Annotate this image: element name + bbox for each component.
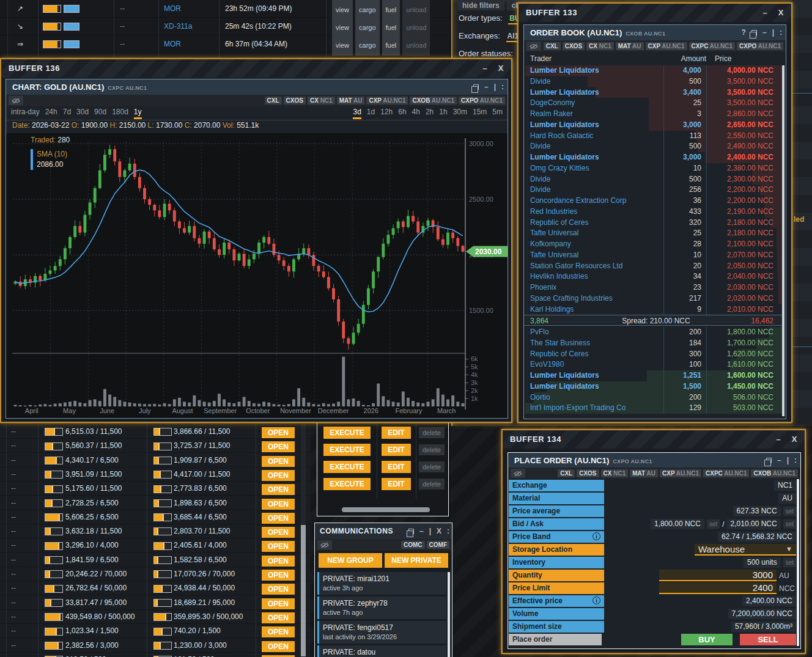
command-tag-comf[interactable]: COMF [427, 541, 449, 549]
set-button[interactable]: set [783, 519, 796, 529]
open-button[interactable]: OPEN [262, 427, 295, 438]
command-tag-cxob-au-nc1[interactable]: CXOB AU.NC1 [410, 97, 457, 105]
unload-button[interactable]: unload [402, 35, 430, 56]
candle-interval-1h[interactable]: 1h [439, 108, 447, 119]
fuel-button[interactable]: fuel [382, 35, 400, 56]
command-tag-cxob-au-nc1[interactable]: CXOB AU.NC1 [751, 469, 798, 477]
duplicate-window-icon[interactable] [408, 529, 414, 534]
trader-link[interactable]: Hevlikn Industries [524, 271, 663, 282]
candle-interval-1d[interactable]: 1d [367, 108, 375, 119]
trader-link[interactable]: PvFlo [524, 327, 663, 338]
command-tag-cxpc-au-nc1[interactable]: CXPC AU.NC1 [703, 469, 749, 477]
open-button[interactable]: OPEN [262, 626, 295, 637]
command-tag-cxpc-au-nc1[interactable]: CXPC AU.NC1 [689, 42, 735, 50]
view-button[interactable]: view [332, 35, 353, 56]
command-tag-mat-au[interactable]: MAT AU [616, 42, 644, 50]
buy-button[interactable]: BUY [681, 634, 733, 645]
open-button[interactable]: OPEN [262, 441, 295, 452]
open-button[interactable]: OPEN [262, 598, 295, 609]
split-icon[interactable]: | [494, 79, 496, 95]
edit-button[interactable]: EDIT [382, 478, 411, 490]
timeframe-24h[interactable]: 24h [45, 108, 57, 119]
trader-link[interactable]: Divide [524, 141, 663, 152]
conversation-item[interactable]: PRIVATE: datoulast activity on 3/29/2026 [317, 645, 446, 657]
timeframe-180d[interactable]: 180d [112, 108, 128, 119]
trader-link[interactable]: The Star Business [524, 338, 663, 349]
minimize-icon[interactable]: – [772, 430, 785, 449]
trader-link[interactable]: Hard Rock Galactic [524, 131, 663, 142]
close-icon[interactable]: X [788, 430, 801, 449]
timeframe-90d[interactable]: 90d [94, 108, 106, 119]
timeframe-30d[interactable]: 30d [76, 108, 89, 119]
hidden-eye-icon[interactable] [511, 469, 525, 478]
command-tag-cxp-au-nc1[interactable]: CXP AU.NC1 [366, 97, 408, 105]
cargo-button[interactable]: cargo [355, 35, 380, 56]
open-button[interactable]: OPEN [262, 612, 295, 623]
menu-icon[interactable]: : [447, 527, 449, 535]
duplicate-window-icon[interactable] [751, 30, 757, 35]
hidden-eye-icon[interactable] [317, 540, 332, 549]
open-button[interactable]: OPEN [262, 484, 295, 495]
command-tag-cxos[interactable]: CXOS [563, 42, 585, 50]
minimize-icon[interactable]: – [758, 4, 772, 22]
command-tag-mat-au[interactable]: MAT AU [337, 97, 365, 105]
open-button[interactable]: OPEN [262, 456, 295, 467]
trader-link[interactable]: Lumber Liquidators [524, 65, 663, 76]
edit-button[interactable]: EDIT [382, 461, 411, 473]
trader-link[interactable]: Divide [524, 185, 663, 196]
command-tag-cxpo-au-nc1[interactable]: CXPO AU.NC1 [459, 97, 505, 105]
scrollbar-thumb[interactable] [448, 572, 450, 657]
hidden-eye-icon[interactable] [9, 96, 23, 105]
trader-link[interactable]: Concordance Extraction Corp [524, 196, 663, 207]
delete-button[interactable]: delete [419, 479, 445, 490]
execute-button[interactable]: EXECUTE [323, 444, 371, 456]
scrollbar-thumb[interactable] [301, 525, 306, 656]
open-button[interactable]: OPEN [262, 470, 295, 481]
minimize-icon[interactable]: – [762, 25, 767, 40]
minimize-icon[interactable]: – [419, 527, 424, 535]
trader-link[interactable]: Space Crafting Industries [524, 293, 663, 304]
open-button[interactable]: OPEN [262, 541, 295, 552]
duplicate-window-icon[interactable] [766, 458, 772, 463]
open-button[interactable]: OPEN [262, 584, 295, 595]
candle-interval-12h[interactable]: 12h [380, 108, 393, 119]
open-button[interactable]: OPEN [262, 527, 295, 538]
candle-interval-2h[interactable]: 2h [426, 108, 434, 119]
info-icon[interactable]: i [592, 532, 600, 540]
duplicate-window-icon[interactable] [473, 84, 479, 90]
trader-link[interactable]: Divide [524, 174, 663, 185]
delete-button[interactable]: delete [419, 427, 445, 438]
new-group-button[interactable]: NEW GROUP [319, 553, 382, 568]
set-button[interactable]: set [783, 507, 796, 516]
command-tag-cxpo-au-nc1[interactable]: CXPO AU.NC1 [737, 42, 783, 50]
trader-link[interactable]: Realm Raker [524, 109, 663, 120]
trader-link[interactable]: Lumber Liquidators [524, 370, 663, 381]
edit-button[interactable]: EDIT [382, 444, 411, 456]
command-tag-cxl[interactable]: CXL [558, 469, 575, 477]
trader-link[interactable]: Tafte Universal [524, 228, 663, 239]
candle-interval-3d[interactable]: 3d [353, 108, 361, 119]
storage-location-select[interactable]: Warehouse▼ [695, 544, 796, 556]
quantity-input[interactable]: 3000 [659, 570, 777, 581]
destination-link[interactable]: MOR [164, 35, 181, 53]
trader-link[interactable]: EvoV1980 [524, 359, 663, 370]
conversation-item[interactable]: PRIVATE: fengxi0517last activity on 3/29… [317, 621, 446, 644]
open-button[interactable]: OPEN [262, 513, 295, 524]
execute-button[interactable]: EXECUTE [323, 427, 371, 439]
destination-link[interactable]: XD-311a [164, 18, 192, 35]
command-tag-cxp-au-nc1[interactable]: CXP AU.NC1 [646, 42, 687, 50]
command-tag-cxos[interactable]: CXOS [577, 469, 599, 477]
trader-link[interactable]: Station Gator Resources Ltd [524, 261, 663, 272]
sell-button[interactable]: SELL [740, 634, 796, 645]
trader-link[interactable]: Republic of Ceres [524, 218, 663, 229]
trader-link[interactable]: Phoenix [524, 282, 663, 293]
hide-filters-button[interactable]: hide filters [457, 0, 504, 10]
trader-link[interactable]: Kofkompany [524, 239, 663, 250]
execute-button[interactable]: EXECUTE [323, 478, 371, 490]
execute-button[interactable]: EXECUTE [323, 461, 371, 473]
trader-link[interactable]: Tafte Universal [524, 250, 663, 261]
menu-icon[interactable]: : [780, 25, 782, 40]
candle-interval-5m[interactable]: 5m [492, 108, 503, 119]
command-tag-cx-nc1[interactable]: CX NC1 [586, 42, 614, 50]
trader-link[interactable]: Lumber Liquidators [524, 152, 663, 163]
